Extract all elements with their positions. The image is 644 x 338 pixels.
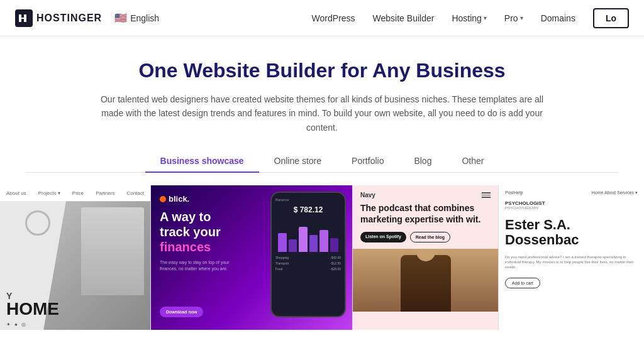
flag-icon: 🇺🇸: [114, 12, 127, 24]
nav-item-pro[interactable]: Pro ▾: [504, 13, 523, 23]
phone-transactions: Shopping-$42.00 Transport-$12.50 Food-$2…: [275, 256, 341, 271]
tab-online-store[interactable]: Online store: [259, 150, 336, 172]
card-home-nav: About us Projects ▾ Price Partners Conta…: [0, 185, 150, 201]
chart-bar-6: [330, 238, 339, 253]
chart-bar-4: [309, 235, 318, 253]
card-home-content: Y HOME ✦ ● ◎: [0, 201, 150, 330]
hamburger-line-3: [482, 197, 491, 198]
portfolio-name-line2: Dossenbac: [505, 232, 579, 248]
hosting-chevron-down-icon: ▾: [484, 14, 487, 21]
nav-item-wordpress[interactable]: WordPress: [312, 13, 355, 24]
logo-icon: [15, 9, 33, 27]
transaction-row-2: Transport-$12.50: [275, 261, 341, 265]
category-tabs: Business showcase Online store Portfolio…: [25, 150, 619, 173]
portfolio-sponsor-label: PSYCHOLOGIST: [499, 200, 644, 206]
read-blog-button[interactable]: Read the blog: [410, 232, 450, 243]
brand-logo[interactable]: HOSTINGER: [15, 9, 102, 27]
nav-links: WordPress Website Builder Hosting ▾ Pro …: [312, 8, 629, 28]
portfolio-nav-brand: PostHelp: [505, 190, 523, 195]
finance-subtitle: The easy way to stay on top of your fina…: [160, 259, 242, 272]
finance-tagline-highlight: finances: [160, 240, 211, 254]
podcast-title: The podcast that combines marketing expe…: [353, 202, 498, 231]
hero-section: One Website Builder for Any Business Our…: [0, 36, 644, 185]
brand-name-text: HOSTINGER: [36, 13, 102, 24]
template-cards: About us Projects ▾ Price Partners Conta…: [0, 185, 644, 330]
podcast-person-image: [353, 249, 498, 312]
card-home-sun-icon: [25, 210, 50, 236]
nav-item-domains[interactable]: Domains: [541, 13, 575, 24]
template-card-home[interactable]: About us Projects ▾ Price Partners Conta…: [0, 185, 151, 330]
portfolio-nav-links: Home About Services ▾: [592, 190, 638, 195]
nav-item-website-builder[interactable]: Website Builder: [373, 13, 435, 24]
hero-subtitle: Our talented web designers have created …: [96, 92, 548, 134]
phone-amount: $ 782.12: [275, 205, 341, 214]
phone-chart-bars: [275, 221, 341, 252]
listen-spotify-button[interactable]: Listen on Spotify: [360, 232, 406, 243]
transaction-row-3: Food-$28.00: [275, 267, 341, 271]
card-home-nav-projects: Projects ▾: [38, 190, 60, 196]
finance-tagline: A way to track your finances: [160, 209, 221, 254]
portfolio-name-line1: Ester S.A.: [505, 217, 570, 232]
navbar: HOSTINGER 🇺🇸 English WordPress Website B…: [0, 0, 644, 36]
blick-brand-name: blick.: [169, 194, 189, 204]
hostinger-logo: HOSTINGER: [15, 9, 102, 27]
tab-other[interactable]: Other: [447, 150, 499, 172]
portfolio-nav: PostHelp Home About Services ▾: [499, 185, 644, 200]
blick-logo: blick.: [160, 194, 189, 204]
card-home-nav-about: About us: [6, 190, 26, 196]
template-card-podcast[interactable]: Navy The podcast that combines marketing…: [352, 185, 498, 330]
chart-bar-1: [278, 233, 287, 252]
card-home-nav-contact: Contact: [126, 190, 144, 196]
pro-chevron-down-icon: ▾: [520, 14, 523, 21]
hero-title: One Website Builder for Any Business: [25, 59, 619, 82]
hamburger-menu-icon[interactable]: [482, 192, 491, 198]
tab-business-showcase[interactable]: Business showcase: [145, 150, 259, 172]
portfolio-specialty: PSYCHOTHERAPY: [499, 206, 644, 214]
finance-tagline-line1: A way to: [160, 210, 211, 224]
chart-bar-2: [289, 239, 297, 252]
phone-balance-label: Balance: [275, 198, 341, 202]
card-home-main-text: Y HOME: [6, 292, 59, 318]
person-head-silhouette: [416, 249, 435, 261]
chart-bar-3: [299, 227, 308, 252]
finance-download-button[interactable]: Download now: [160, 307, 203, 317]
finance-phone-mockup: Balance $ 782.12 Shopping-$42.00 Transpo…: [270, 192, 346, 317]
nav-item-hosting[interactable]: Hosting ▾: [452, 13, 486, 23]
hamburger-line-2: [482, 195, 491, 196]
card-home-word: HOME: [6, 300, 59, 318]
transaction-row-1: Shopping-$42.00: [275, 256, 341, 259]
portfolio-person-name: Ester S.A. Dossenbac: [499, 214, 644, 251]
blick-dot-icon: [160, 196, 166, 202]
portfolio-description: Do you need professional advice? I am a …: [499, 252, 644, 273]
language-selector[interactable]: 🇺🇸 English: [114, 12, 159, 24]
finance-tagline-line2: track your: [160, 225, 221, 239]
template-card-portfolio[interactable]: PostHelp Home About Services ▾ PSYCHOLOG…: [498, 185, 644, 330]
card-home-nav-price: Price: [72, 190, 84, 196]
tab-portfolio[interactable]: Portfolio: [336, 150, 399, 172]
card-home-inner: About us Projects ▾ Price Partners Conta…: [0, 185, 150, 330]
person-body-silhouette: [401, 255, 451, 312]
language-label: English: [130, 13, 159, 23]
tab-blog[interactable]: Blog: [399, 150, 447, 172]
login-button[interactable]: Lo: [593, 8, 629, 28]
chart-bar-5: [319, 230, 328, 252]
portfolio-cta-button[interactable]: Add to cart: [505, 278, 540, 288]
card-home-building: [81, 207, 144, 295]
template-card-finance[interactable]: blick. A way to track your finances The …: [151, 185, 352, 330]
podcast-header: Navy: [353, 185, 498, 202]
instagram-icon: ◎: [21, 322, 26, 327]
card-home-nav-partners: Partners: [96, 190, 114, 196]
navy-logo: Navy: [360, 192, 375, 199]
podcast-action-buttons: Listen on Spotify Read the blog: [353, 232, 498, 249]
facebook-icon: ●: [14, 322, 18, 327]
hamburger-line-1: [482, 192, 491, 194]
card-home-socials: ✦ ● ◎: [6, 322, 26, 327]
twitter-icon: ✦: [6, 322, 11, 327]
